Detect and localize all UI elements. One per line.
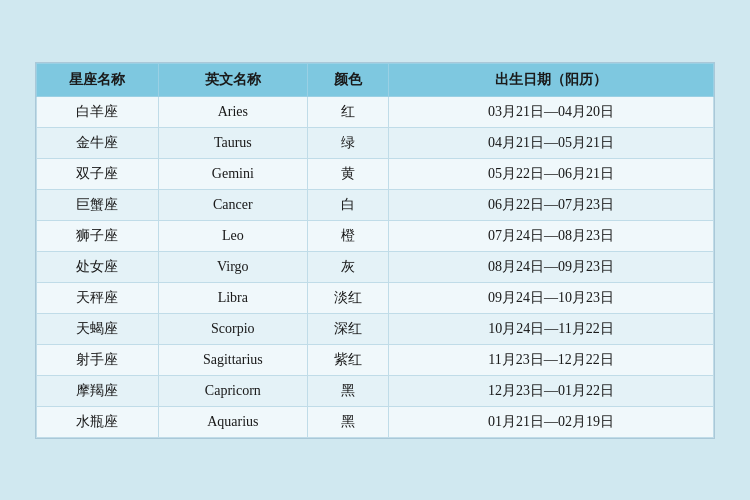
table-row: 白羊座Aries红03月21日—04月20日	[37, 96, 714, 127]
cell-en: Virgo	[158, 251, 307, 282]
cell-color: 深红	[307, 313, 388, 344]
cell-date: 11月23日—12月22日	[389, 344, 714, 375]
table-row: 金牛座Taurus绿04月21日—05月21日	[37, 127, 714, 158]
header-date: 出生日期（阳历）	[389, 63, 714, 96]
cell-zh: 双子座	[37, 158, 159, 189]
header-en: 英文名称	[158, 63, 307, 96]
table-row: 巨蟹座Cancer白06月22日—07月23日	[37, 189, 714, 220]
zodiac-table-container: 星座名称 英文名称 颜色 出生日期（阳历） 白羊座Aries红03月21日—04…	[35, 62, 715, 439]
header-zh: 星座名称	[37, 63, 159, 96]
cell-zh: 天秤座	[37, 282, 159, 313]
cell-en: Libra	[158, 282, 307, 313]
cell-color: 黄	[307, 158, 388, 189]
cell-date: 01月21日—02月19日	[389, 406, 714, 437]
cell-en: Gemini	[158, 158, 307, 189]
table-row: 双子座Gemini黄05月22日—06月21日	[37, 158, 714, 189]
cell-zh: 天蝎座	[37, 313, 159, 344]
cell-zh: 巨蟹座	[37, 189, 159, 220]
cell-zh: 摩羯座	[37, 375, 159, 406]
cell-date: 10月24日—11月22日	[389, 313, 714, 344]
table-body: 白羊座Aries红03月21日—04月20日金牛座Taurus绿04月21日—0…	[37, 96, 714, 437]
cell-en: Scorpio	[158, 313, 307, 344]
cell-color: 灰	[307, 251, 388, 282]
cell-zh: 狮子座	[37, 220, 159, 251]
cell-date: 07月24日—08月23日	[389, 220, 714, 251]
table-header-row: 星座名称 英文名称 颜色 出生日期（阳历）	[37, 63, 714, 96]
cell-date: 06月22日—07月23日	[389, 189, 714, 220]
cell-en: Leo	[158, 220, 307, 251]
cell-en: Cancer	[158, 189, 307, 220]
cell-date: 03月21日—04月20日	[389, 96, 714, 127]
cell-color: 橙	[307, 220, 388, 251]
cell-color: 黑	[307, 375, 388, 406]
cell-en: Capricorn	[158, 375, 307, 406]
cell-zh: 金牛座	[37, 127, 159, 158]
cell-zh: 射手座	[37, 344, 159, 375]
cell-color: 淡红	[307, 282, 388, 313]
table-row: 水瓶座Aquarius黑01月21日—02月19日	[37, 406, 714, 437]
cell-zh: 水瓶座	[37, 406, 159, 437]
header-color: 颜色	[307, 63, 388, 96]
cell-color: 紫红	[307, 344, 388, 375]
cell-date: 05月22日—06月21日	[389, 158, 714, 189]
zodiac-table: 星座名称 英文名称 颜色 出生日期（阳历） 白羊座Aries红03月21日—04…	[36, 63, 714, 438]
table-row: 处女座Virgo灰08月24日—09月23日	[37, 251, 714, 282]
table-row: 狮子座Leo橙07月24日—08月23日	[37, 220, 714, 251]
cell-zh: 白羊座	[37, 96, 159, 127]
table-row: 射手座Sagittarius紫红11月23日—12月22日	[37, 344, 714, 375]
cell-color: 白	[307, 189, 388, 220]
cell-en: Taurus	[158, 127, 307, 158]
cell-date: 09月24日—10月23日	[389, 282, 714, 313]
cell-zh: 处女座	[37, 251, 159, 282]
cell-color: 红	[307, 96, 388, 127]
table-row: 天秤座Libra淡红09月24日—10月23日	[37, 282, 714, 313]
cell-date: 04月21日—05月21日	[389, 127, 714, 158]
cell-en: Sagittarius	[158, 344, 307, 375]
cell-color: 黑	[307, 406, 388, 437]
cell-date: 12月23日—01月22日	[389, 375, 714, 406]
cell-en: Aries	[158, 96, 307, 127]
table-row: 天蝎座Scorpio深红10月24日—11月22日	[37, 313, 714, 344]
cell-en: Aquarius	[158, 406, 307, 437]
table-row: 摩羯座Capricorn黑12月23日—01月22日	[37, 375, 714, 406]
cell-date: 08月24日—09月23日	[389, 251, 714, 282]
cell-color: 绿	[307, 127, 388, 158]
